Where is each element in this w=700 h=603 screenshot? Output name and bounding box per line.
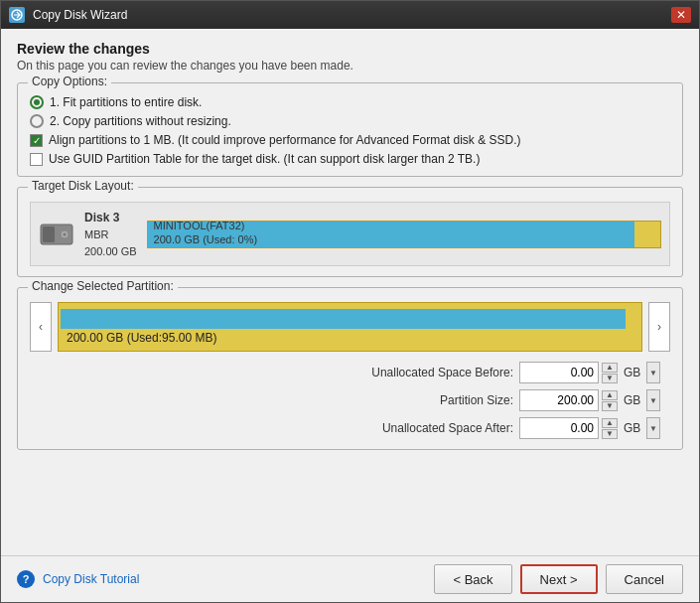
change-partition-label: Change Selected Partition: [28,279,178,293]
copy-options-list: 1. Fit partitions to entire disk. 2. Cop… [30,95,670,166]
help-icon[interactable]: ? [17,570,35,588]
change-partition-group: Change Selected Partition: ‹ 200.00 GB (… [17,287,683,450]
option-1-row[interactable]: 1. Fit partitions to entire disk. [30,95,670,109]
copy-options-label: Copy Options: [28,75,111,88]
unallocated-after-input-group: ▲ ▼ [519,417,618,439]
footer: ? Copy Disk Tutorial < Back Next > Cance… [1,555,699,602]
disk-bar: MINITOOL(FAT32) 200.0 GB (Used: 0%) [147,221,661,248]
next-button[interactable]: Next > [520,564,598,594]
spin-up[interactable]: ▲ [602,390,618,400]
partition-size-label: 200.00 GB (Used:95.00 MB) [67,331,216,345]
spin-down[interactable]: ▼ [602,401,618,411]
copy-options-group: Copy Options: 1. Fit partitions to entir… [17,82,683,177]
unallocated-after-row: Unallocated Space After: ▲ ▼ GB ▼ [40,417,660,439]
svg-rect-2 [43,226,55,242]
unit-dropdown-btn[interactable]: ▼ [646,362,660,383]
unallocated-before-label: Unallocated Space Before: [354,366,513,379]
unit-dropdown-btn-2[interactable]: ▼ [646,389,660,411]
option-1-radio[interactable] [30,95,44,109]
partition-label: MINITOOL(FAT32) 200.0 GB (Used: 0%) [154,219,258,247]
checkbox-1-row[interactable]: ✓ Align partitions to 1 MB. (It could im… [30,133,670,147]
partition-size-spinner: ▲ ▼ [602,390,618,411]
titlebar: Copy Disk Wizard ✕ [1,1,699,29]
partition-size-row: Partition Size: ▲ ▼ GB ▼ [40,389,660,411]
page-header: Review the changes On this page you can … [17,41,683,73]
disk-type: MBR [84,226,137,243]
back-button[interactable]: < Back [434,564,511,594]
checkbox-1[interactable]: ✓ [30,134,43,147]
disk-size: 200.00 GB [84,243,137,260]
prev-partition-button[interactable]: ‹ [30,302,52,352]
close-button[interactable]: ✕ [671,7,691,23]
spin-up[interactable]: ▲ [602,363,618,373]
disk-info: Disk 3 MBR 200.00 GB [84,209,137,259]
partition-size-field-label: Partition Size: [354,393,513,407]
unit-label-2: GB [624,393,645,407]
partition-size-input-group: ▲ ▼ [519,389,618,411]
checkbox-2-label: Use GUID Partition Table for the target … [49,152,480,166]
cancel-button[interactable]: Cancel [606,564,683,594]
unit-label-3: GB [624,421,645,435]
page-subtitle: On this page you can review the changes … [17,59,683,73]
partition-size: 200.0 GB (Used: 0%) [154,233,258,245]
next-partition-button[interactable]: › [648,302,670,352]
target-disk-label: Target Disk Layout: [28,179,138,193]
partition-bar-fill [61,309,626,329]
app-icon [9,7,25,23]
option-2-radio[interactable] [30,114,44,128]
radio-dot [34,99,40,105]
unallocated-after-input[interactable] [519,417,599,439]
disk-visual: MINITOOL(FAT32) 200.0 GB (Used: 0%) [147,221,661,248]
unallocated-before-spinner: ▲ ▼ [602,363,618,383]
checkbox-2[interactable] [30,153,43,166]
disk-icon [39,221,74,248]
option-2-row[interactable]: 2. Copy partitions without resizing. [30,114,670,128]
partition-bar: 200.00 GB (Used:95.00 MB) [58,302,642,352]
page-title: Review the changes [17,41,683,57]
spin-up[interactable]: ▲ [602,418,618,428]
unallocated-after-spinner: ▲ ▼ [602,418,618,439]
spin-down[interactable]: ▼ [602,374,618,383]
unallocated-before-unit: GB ▼ [624,362,660,383]
unallocated-before-input[interactable] [519,362,599,383]
disk-layout: Disk 3 MBR 200.00 GB MINITOOL(FAT32) 200… [30,202,670,266]
tutorial-label: Copy Disk Tutorial [43,572,139,586]
unallocated-before-row: Unallocated Space Before: ▲ ▼ GB ▼ [40,362,660,383]
window-title: Copy Disk Wizard [33,8,663,22]
disk-name: Disk 3 [84,209,137,226]
option-2-label: 2. Copy partitions without resizing. [50,114,231,128]
partition-selector: ‹ 200.00 GB (Used:95.00 MB) › [30,302,670,352]
target-disk-group: Target Disk Layout: Disk 3 MBR 200.00 GB [17,187,683,277]
checkbox-1-label: Align partitions to 1 MB. (It could impr… [49,133,521,147]
partition-size-input[interactable] [519,389,599,411]
unit-dropdown-btn-3[interactable]: ▼ [646,417,660,439]
disk-svg [39,221,74,248]
checkbox-2-row[interactable]: Use GUID Partition Table for the target … [30,152,670,166]
unallocated-after-label: Unallocated Space After: [354,421,513,435]
spin-down[interactable]: ▼ [602,429,618,439]
unit-label: GB [624,366,645,379]
tutorial-link[interactable]: Copy Disk Tutorial [43,572,139,586]
unallocated-before-input-group: ▲ ▼ [519,362,618,383]
wizard-window: Copy Disk Wizard ✕ Review the changes On… [0,0,700,603]
option-1-label: 1. Fit partitions to entire disk. [50,95,202,109]
partition-name: MINITOOL(FAT32) [154,220,245,231]
main-content: Review the changes On this page you can … [1,29,699,555]
svg-point-4 [64,232,67,235]
partition-size-unit: GB ▼ [624,389,660,411]
fields-container: Unallocated Space Before: ▲ ▼ GB ▼ [30,362,670,439]
unallocated-after-unit: GB ▼ [624,417,660,439]
